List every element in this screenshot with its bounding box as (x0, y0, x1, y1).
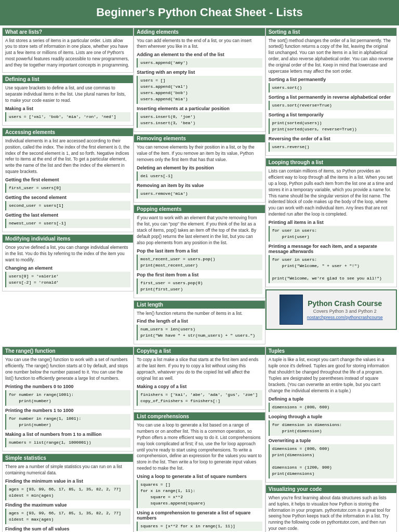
sorting-sub3: Sorting a list temporarily (269, 112, 394, 117)
section-title-statistics: Simple statistics (3, 454, 133, 462)
range-body: You can use the range() function to work… (5, 357, 130, 382)
section-range: The range() function You can use the ran… (2, 347, 134, 451)
comp-code1: squares = [] for x in range(1, 11): squa… (137, 480, 262, 508)
removing-body: You can remove elements by their positio… (137, 144, 262, 163)
section-title-popping: Popping elements (134, 205, 264, 213)
book-link[interactable]: nostarchpress.com/pythoncrashcourse (307, 315, 383, 320)
accessing-body: Individual elements in a list are access… (5, 138, 130, 175)
removing-code1: del users[-1] (137, 171, 262, 181)
copying-body: To copy a list make a slice that starts … (137, 357, 262, 382)
tuples-sub2: Looping through a tuple (269, 414, 394, 419)
copying-code1: finishers = ['kai', 'abe', 'ada', 'gus',… (137, 390, 262, 406)
looping-sub2: Printing a message for each item, and a … (269, 244, 394, 254)
adding-sub3: Inserting elements at a particular posit… (137, 106, 262, 111)
comp-sub2: Using a comprehension to generate a list… (137, 510, 262, 521)
sorting-code3: print(sorted(users)) print(sorted(users,… (269, 118, 394, 134)
popping-code2: first_user = users.pop(0) print(first_us… (137, 278, 262, 294)
stats-code2: ages = [93, 99, 66, 17, 85, 1, 35, 82, 2… (5, 509, 130, 524)
copying-sub1: Making a copy of a list (137, 384, 262, 389)
sorting-code2: users.sort(reverse=True) (269, 101, 394, 110)
section-modifying: Modifying individual items Once you've d… (2, 234, 134, 291)
bottom-content: The range() function You can use the ran… (0, 347, 399, 532)
section-list-length: List length The len() function returns t… (134, 300, 265, 345)
section-title-removing: Removing elements (134, 135, 264, 142)
book-cover (280, 295, 303, 325)
tuples-body: A tuple is like a list, except you can't… (269, 357, 394, 394)
list-length-code1: num_users = len(users) print("We have " … (137, 325, 262, 340)
looping-sub1: Printing all items in a list (269, 220, 394, 225)
sorting-code1: users.sort() (269, 83, 394, 92)
list-length-sub1: Find the length of a list (137, 318, 262, 324)
defining-code1: users = ['val', 'bob', 'mia', 'ron', 'ne… (5, 112, 130, 122)
stats-sub3: Finding the sum of all values (5, 526, 130, 531)
book-info: Python Crash Course Covers Python 3 and … (307, 299, 383, 320)
accessing-sub1: Getting the first element (5, 177, 130, 182)
adding-code1: users.append('amy') (137, 58, 262, 68)
section-adding: Adding elements You can add elements to … (134, 28, 265, 132)
accessing-sub3: Getting the last element (5, 212, 130, 218)
adding-sub2: Starting with an empty list (137, 70, 262, 75)
removing-code2: users.remove('mia') (137, 189, 262, 198)
top-content: What are lists? A list stores a series o… (0, 25, 399, 347)
adding-code3: users.insert(0, 'joe') users.insert(3, '… (137, 112, 262, 128)
list-length-body: The len() function returns the number of… (137, 311, 262, 317)
visualizing-body: When you're first learning about data st… (269, 495, 394, 532)
range-sub1: Printing the numbers 0 to 1000 (5, 384, 130, 389)
looping-code2: for user in users: print("Welcome, " + u… (269, 255, 394, 283)
stats-code1: ages = [93, 99, 66, 17, 85, 1, 35, 82, 2… (5, 485, 130, 500)
modifying-sub1: Changing an element (5, 265, 130, 271)
section-title-looping: Looping through a list (266, 158, 396, 166)
section-title-visualizing: Visualizing your code (266, 485, 396, 493)
range-code1: for number in range(1001): print(number) (5, 390, 130, 406)
comp-sub1: Using a loop to generate a list of squar… (137, 474, 262, 479)
adding-code2: users = [] users.append('val') users.app… (137, 76, 262, 104)
removing-sub1: Deleting an element by its position (137, 165, 262, 170)
col-1: What are lists? A list stores a series o… (2, 28, 134, 345)
sorting-sub1: Sorting a list permanently (269, 77, 394, 82)
popping-body: If you want to work with an element that… (137, 215, 262, 246)
looping-body: Lists can contain millions of items, so … (269, 168, 394, 218)
accessing-code1: first_user = users[0] (5, 183, 130, 193)
adding-sub1: Adding an element to the end of the list (137, 52, 262, 57)
book-ad: Python Crash Course Covers Python 3 and … (265, 289, 397, 330)
section-looping: Looping through a list Lists can contain… (265, 158, 397, 287)
removing-sub2: Removing an item by its value (137, 183, 262, 188)
sorting-sub2: Sorting a list permanently in reverse al… (269, 95, 394, 100)
section-accessing: Accessing elements Individual elements i… (2, 128, 134, 232)
popping-code1: most_recent_user = users.pop() print(mos… (137, 255, 262, 270)
sorting-code4: users.reverse() (269, 142, 394, 152)
section-title-adding: Adding elements (134, 28, 264, 36)
sorting-sub4: Reversing the order of a list (269, 136, 394, 141)
accessing-code2: second_user = users[1] (5, 201, 130, 210)
section-title-sorting: Sorting a list (266, 28, 396, 36)
accessing-sub2: Getting the second element (5, 195, 130, 200)
section-defining-list: Defining a list Use square brackets to d… (2, 75, 134, 126)
tuples-sub3: Overwriting a tuple (269, 438, 394, 443)
section-title-what-are-lists: What are lists? (3, 28, 133, 36)
what-are-lists-body: A list stores a series of items in a par… (5, 38, 130, 69)
page-title: Beginner's Python Cheat Sheet - Lists (8, 5, 391, 20)
stats-sub1: Finding the minimum value in a list (5, 478, 130, 484)
section-title-comprehensions: List comprehensions (134, 413, 264, 420)
section-title-defining: Defining a list (3, 75, 133, 83)
section-title-copying: Copying a list (134, 347, 264, 355)
tuples-code1: dimensions = (800, 600) (269, 403, 394, 412)
tuples-code3: dimensions = (800, 600) print(dimensions… (269, 444, 394, 478)
stats-sub2: Finding the maximum value (5, 502, 130, 508)
looping-code1: for user in users: print(user) (269, 226, 394, 242)
section-statistics: Simple statistics There are a number of … (2, 454, 134, 532)
section-title-list-length: List length (134, 301, 264, 309)
col-2-bottom: Copying a list To copy a list make a sli… (134, 347, 265, 532)
sorting-body: The sort() method changes the order of a… (269, 38, 394, 75)
tuples-code2: for dimension in dimensions: print(dimen… (269, 420, 394, 436)
section-copying: Copying a list To copy a list make a sli… (134, 347, 265, 410)
col-3-bottom: Tuples A tuple is like a list, except yo… (265, 347, 397, 532)
section-title-modifying: Modifying individual items (3, 235, 133, 243)
range-sub3: Making a list of numbers from 1 to a mil… (5, 432, 130, 437)
section-sorting: Sorting a list The sort() method changes… (265, 28, 397, 156)
book-subtitle: Covers Python 3 and Python 2 (307, 309, 383, 314)
col-2: Adding elements You can add elements to … (134, 28, 265, 345)
range-code3: numbers = list(range(1, 1000001)) (5, 438, 130, 447)
section-title-range: The range() function (3, 347, 133, 355)
section-removing: Removing elements You can remove element… (134, 134, 265, 203)
